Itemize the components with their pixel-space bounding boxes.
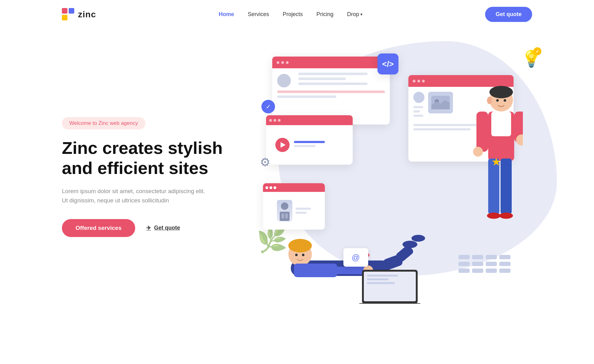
star-float-icon: ★ [491, 155, 501, 168]
hero-illustration: 🌿 ✓ [248, 50, 532, 304]
dot-v1 [269, 119, 272, 122]
dot-3 [286, 61, 289, 64]
svg-rect-37 [367, 275, 398, 277]
nav-drop[interactable]: Drop ▾ [347, 11, 363, 18]
browser-avatar [277, 74, 291, 87]
nav-projects[interactable]: Projects [283, 11, 303, 18]
svg-point-28 [411, 235, 425, 242]
svg-point-16 [499, 213, 513, 219]
logo[interactable]: zinc [62, 8, 96, 21]
dot-v2 [273, 119, 276, 122]
svg-rect-39 [367, 282, 395, 284]
svg-rect-6 [285, 214, 288, 218]
svg-point-23 [487, 97, 492, 104]
bc2-image [428, 92, 453, 113]
svg-point-18 [473, 147, 483, 157]
svg-rect-4 [280, 212, 290, 221]
logo-icon [62, 8, 75, 21]
live-dot [269, 184, 272, 186]
svg-point-10 [489, 86, 513, 98]
hero-title: Zinc creates stylish and efficient sites [62, 138, 248, 178]
svg-rect-1 [69, 8, 74, 14]
svg-point-3 [281, 202, 288, 210]
hero-badge: Welcome to Zinc web agency [62, 117, 145, 129]
lightbulb-icon: 💡 ✓ [521, 47, 541, 69]
navbar: zinc Home Services Projects Pricing Drop… [0, 0, 594, 29]
offered-services-button[interactable]: Offered services [62, 219, 135, 237]
code-icon: </> [382, 59, 394, 69]
nav-services[interactable]: Services [248, 11, 269, 18]
chevron-down-icon: ▾ [360, 12, 363, 17]
code-icon-card: </> [377, 53, 398, 74]
svg-point-30 [288, 239, 312, 252]
nav-home[interactable]: Home [219, 11, 234, 18]
profile-card [263, 183, 325, 230]
hero-actions: Offered services ✈ Get quote [62, 219, 248, 237]
browser-card-1 [272, 57, 390, 125]
dot-v3 [278, 119, 281, 122]
paper-plane-icon: ✈ [146, 225, 151, 231]
gear-icon: ⚙ [260, 155, 270, 169]
video-card [266, 115, 353, 165]
get-quote-button[interactable]: Get quote [485, 7, 532, 22]
person-standing-illustration [455, 75, 523, 291]
svg-rect-5 [282, 214, 284, 218]
nav-pricing[interactable]: Pricing [316, 11, 334, 18]
svg-rect-2 [62, 15, 67, 20]
profile-avatar [277, 200, 292, 222]
svg-point-21 [496, 99, 499, 102]
hero-content: Welcome to Zinc web agency Zinc creates … [62, 117, 248, 237]
play-icon [281, 142, 286, 148]
nav-links: Home Services Projects Pricing Drop ▾ [219, 11, 363, 18]
dot-p2 [269, 186, 272, 189]
hero-description: Lorem ipsum dolor sit amet, consectetur … [62, 187, 210, 205]
svg-rect-12 [491, 112, 511, 136]
bc2-avatar [413, 92, 424, 103]
dot-p3 [273, 186, 276, 189]
svg-point-15 [487, 213, 501, 219]
svg-rect-0 [62, 8, 67, 14]
svg-rect-14 [501, 159, 512, 214]
svg-point-22 [504, 99, 506, 102]
dot-2 [281, 61, 284, 64]
dot-1 [277, 61, 279, 64]
logo-text: zinc [78, 10, 96, 19]
play-button [275, 138, 290, 152]
get-quote-link[interactable]: ✈ Get quote [146, 225, 180, 231]
check-circle-blue: ✓ [261, 100, 275, 113]
email-icon-card: @ [343, 248, 368, 267]
svg-rect-17 [476, 112, 488, 152]
at-icon: @ [352, 253, 360, 262]
dot-p1 [265, 186, 268, 189]
svg-point-41 [302, 254, 304, 256]
svg-rect-38 [367, 278, 389, 280]
hero-section: Welcome to Zinc web agency Zinc creates … [0, 29, 594, 307]
svg-rect-36 [359, 303, 421, 304]
svg-point-40 [295, 254, 298, 256]
svg-point-27 [402, 241, 417, 248]
